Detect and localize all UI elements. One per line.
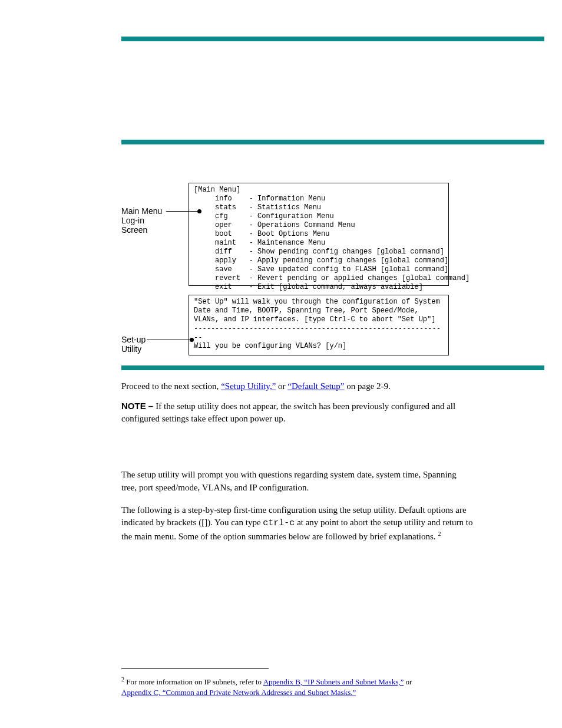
callout-setup-utility: Set-upUtility bbox=[121, 335, 146, 354]
ctrl-c-key: ctrl-c bbox=[263, 518, 295, 528]
setup-intro: "Set Up" will walk you through the confi… bbox=[194, 298, 444, 324]
note-text: If the setup utility does not appear, th… bbox=[121, 401, 455, 423]
section-heading-setup-utility: Setup Utility bbox=[121, 451, 175, 463]
link-appendix-c[interactable]: Appendix C, “Common and Private Network … bbox=[121, 688, 356, 697]
callout-leader-2 bbox=[147, 340, 191, 340]
terminal-setup-utility: "Set Up" will walk you through the confi… bbox=[189, 295, 449, 355]
setup-paragraph-1: The setup utility will prompt you with q… bbox=[121, 469, 474, 495]
setup-divider: ----------------------------------------… bbox=[194, 324, 444, 342]
doc-title-2: Alteon 708 Installation and User's Guide bbox=[405, 27, 541, 35]
setup-prompt: Will you be configuring VLANs? [y/n] bbox=[194, 342, 444, 351]
link-default-setup[interactable]: “Default Setup” bbox=[287, 381, 344, 391]
figure-caption: Figure 2-2 Main Menu Log-in Screen and S… bbox=[121, 162, 318, 171]
body-text-2: The setup utility will prompt you with q… bbox=[121, 469, 474, 553]
link-appendix-b[interactable]: Appendix B, “IP Subnets and Subnet Masks… bbox=[263, 677, 404, 686]
teal-divider-middle bbox=[121, 140, 544, 144]
terminal-main-menu: [Main Menu] info - Information Menu stat… bbox=[189, 183, 449, 286]
setup-paragraph-2: The following is a step-by-step first-ti… bbox=[121, 504, 474, 543]
footnote-rule bbox=[121, 668, 269, 669]
teal-divider-top bbox=[121, 37, 544, 41]
doc-title-1: Alteon WebSystems bbox=[405, 19, 541, 27]
teal-divider-bottom bbox=[121, 365, 544, 370]
page-number: 2-6 bbox=[51, 706, 62, 715]
terminal-header: [Main Menu] bbox=[194, 186, 240, 194]
running-header-right: Alteon WebSystems Alteon 708 Installatio… bbox=[405, 19, 541, 36]
body-text-1: Proceed to the next section, “Setup Util… bbox=[121, 380, 474, 433]
footnote: 2 For more information on IP subnets, re… bbox=[121, 676, 474, 697]
running-header-left: Chapter 2: First-Time Configuration bbox=[121, 21, 241, 29]
link-setup-utility[interactable]: “Setup Utility,” bbox=[221, 381, 276, 391]
note-label: NOTE – bbox=[121, 401, 156, 411]
section-heading-cli-display: CLI Display bbox=[121, 124, 178, 137]
footer-section-name: Using the Command Line Interface bbox=[121, 707, 238, 715]
callout-main-menu: Main MenuLog-inScreen bbox=[121, 206, 162, 235]
